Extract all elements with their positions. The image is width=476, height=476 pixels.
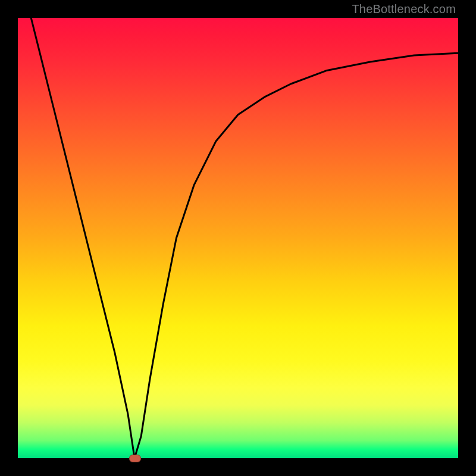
bottleneck-curve (18, 18, 458, 458)
optimal-point-marker (129, 455, 141, 462)
chart-plot-area (18, 18, 458, 458)
watermark-text: TheBottleneck.com (352, 2, 456, 16)
chart-frame: TheBottleneck.com (0, 0, 476, 476)
